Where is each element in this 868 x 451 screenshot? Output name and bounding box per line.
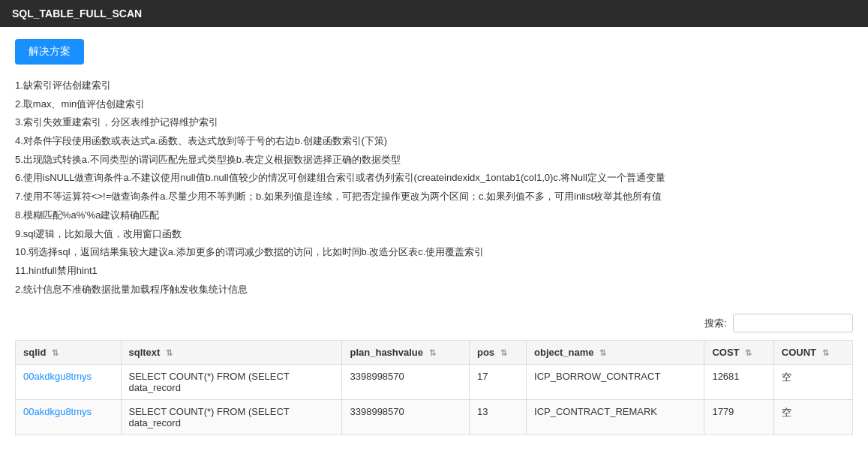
- solution-item: 2.统计信息不准确数据批量加载程序触发收集统计信息: [15, 281, 853, 299]
- cell-sqltext: SELECT COUNT(*) FROM (SELECTdata_record: [121, 365, 342, 400]
- sqlid-link[interactable]: 00akdkgu8tmys: [23, 406, 92, 417]
- cell-sqlid: 00akdkgu8tmys: [16, 365, 122, 400]
- col-header-count[interactable]: COUNT ⇅: [773, 341, 852, 365]
- footer-brand: 亿速云: [0, 447, 868, 451]
- cell-plan-hashvalue: 3398998570: [342, 365, 469, 400]
- solve-button[interactable]: 解决方案: [15, 39, 84, 65]
- sqlid-link[interactable]: 00akdkgu8tmys: [23, 371, 92, 382]
- col-header-sqlid[interactable]: sqlid ⇅: [16, 341, 122, 365]
- solution-item: 5.出现隐式转换a.不同类型的谓词匹配先显式类型换b.表定义根据数据选择正确的数…: [15, 151, 853, 170]
- data-table: sqlid ⇅ sqltext ⇅ plan_hashvalue ⇅ pos ⇅…: [15, 340, 853, 435]
- cell-count: 空: [773, 400, 852, 435]
- solution-list: 1.缺索引评估创建索引2.取max、min值评估创建索引3.索引失效重建索引，分…: [15, 77, 853, 299]
- col-header-plan-hashvalue[interactable]: plan_hashvalue ⇅: [342, 341, 469, 365]
- sort-icon-object: ⇅: [599, 348, 606, 358]
- cell-object-name: ICP_BORROW_CONTRACT: [527, 365, 704, 400]
- table-row: 00akdkgu8tmys SELECT COUNT(*) FROM (SELE…: [16, 365, 853, 400]
- solution-item: 7.使用不等运算符<>!=做查询条件a.尽量少用不等判断；b.如果列值是连续，可…: [15, 188, 853, 206]
- col-header-object-name[interactable]: object_name ⇅: [527, 341, 704, 365]
- solution-item: 4.对条件字段使用函数或表达式a.函数、表达式放到等于号的右边b.创建函数索引(…: [15, 132, 853, 151]
- sort-icon-pos: ⇅: [500, 348, 507, 358]
- solution-item: 2.取max、min值评估创建索引: [15, 95, 853, 114]
- search-bar: 搜索:: [15, 314, 853, 332]
- cell-sqlid: 00akdkgu8tmys: [16, 400, 122, 435]
- sort-icon-count: ⇅: [822, 348, 829, 358]
- solution-item: 8.模糊匹配%a%'%a建议精确匹配: [15, 206, 853, 225]
- search-label: 搜索:: [704, 317, 727, 330]
- search-input[interactable]: [733, 314, 853, 332]
- cell-pos: 13: [469, 400, 526, 435]
- solution-item: 10.弱选择sql，返回结果集较大建议a.添加更多的谓词减少数据的访问，比如时间…: [15, 243, 853, 262]
- sort-icon-sqltext: ⇅: [166, 348, 173, 358]
- sort-icon-plan: ⇅: [429, 348, 436, 358]
- sort-icon-sqlid: ⇅: [52, 348, 59, 358]
- col-header-cost[interactable]: COST ⇅: [704, 341, 773, 365]
- col-header-sqltext[interactable]: sqltext ⇅: [121, 341, 342, 365]
- solution-item: 1.缺索引评估创建索引: [15, 77, 853, 95]
- table-row: 00akdkgu8tmys SELECT COUNT(*) FROM (SELE…: [16, 400, 853, 435]
- solution-item: 3.索引失效重建索引，分区表维护记得维护索引: [15, 113, 853, 132]
- solution-item: 6.使用isNULL做查询条件a.不建议使用null值b.null值较少的情况可…: [15, 169, 853, 188]
- cell-pos: 17: [469, 365, 526, 400]
- cell-cost: 12681: [704, 365, 773, 400]
- sort-icon-cost: ⇅: [745, 348, 752, 358]
- solution-item: 11.hintfull禁用hint1: [15, 262, 853, 281]
- content-area: 解决方案 1.缺索引评估创建索引2.取max、min值评估创建索引3.索引失效重…: [0, 27, 868, 447]
- cell-count: 空: [773, 365, 852, 400]
- solution-item: 9.sql逻辑，比如最大值，改用窗口函数: [15, 225, 853, 244]
- cell-plan-hashvalue: 3398998570: [342, 400, 469, 435]
- header-title: SQL_TABLE_FULL_SCAN: [12, 8, 142, 20]
- header-bar: SQL_TABLE_FULL_SCAN: [0, 0, 868, 27]
- table-header-row: sqlid ⇅ sqltext ⇅ plan_hashvalue ⇅ pos ⇅…: [16, 341, 853, 365]
- cell-sqltext: SELECT COUNT(*) FROM (SELECTdata_record: [121, 400, 342, 435]
- cell-cost: 1779: [704, 400, 773, 435]
- cell-object-name: ICP_CONTRACT_REMARK: [527, 400, 704, 435]
- col-header-pos[interactable]: pos ⇅: [469, 341, 526, 365]
